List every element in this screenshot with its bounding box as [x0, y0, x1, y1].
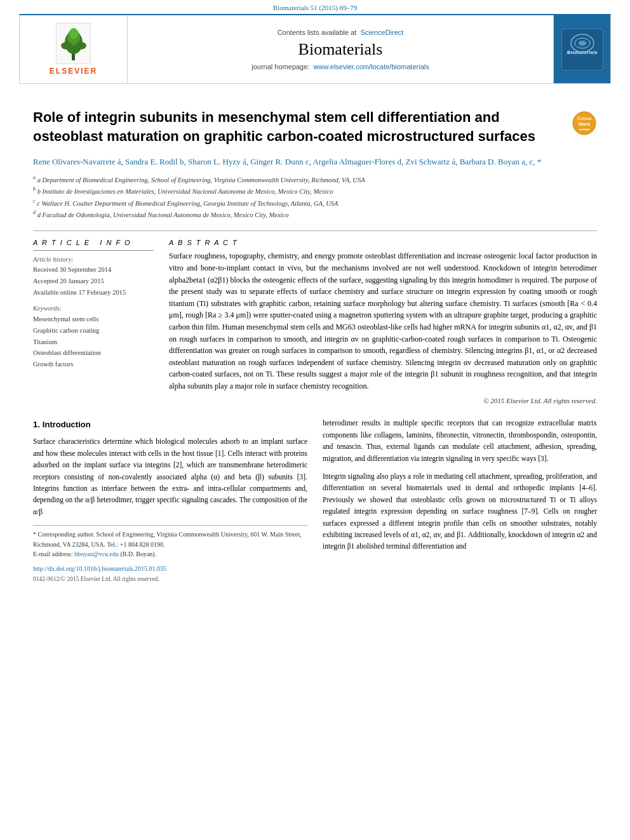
abstract-col: A B S T R A C T Surface roughness, topog…	[169, 239, 597, 404]
abstract-header: A B S T R A C T	[169, 239, 597, 246]
biomaterials-logo-svg: Biomaterials	[560, 27, 605, 72]
affiliation-c: c c Wallace H. Coulter Department of Bio…	[33, 197, 597, 209]
main-left-col: 1.Introduction Surface characteristics d…	[33, 417, 307, 582]
footnote-email: E-mail address: bboyan@vcu.edu (B.D. Boy…	[33, 549, 307, 559]
crossmark-badge[interactable]: Cross Mark	[572, 110, 597, 136]
sciencedirect-link[interactable]: ScienceDirect	[361, 29, 404, 36]
received-date: Received 30 September 2014	[33, 264, 154, 276]
elsevier-logo-area: ELSEVIER	[20, 15, 128, 83]
svg-text:Mark: Mark	[579, 121, 591, 127]
abstract-text: Surface roughness, topography, chemistry…	[169, 250, 597, 392]
svg-point-12	[579, 41, 586, 46]
biomaterials-logo-area: Biomaterials	[553, 15, 610, 83]
elsevier-icon	[56, 23, 91, 64]
footnote-area: * Corresponding author. School of Engine…	[33, 525, 307, 582]
journal-header: ELSEVIER Contents lists available at Sci…	[19, 14, 611, 84]
keyword-5: Growth factors	[33, 359, 154, 370]
journal-title: Biomaterials	[298, 40, 383, 59]
elsevier-wordmark: ELSEVIER	[50, 67, 97, 76]
affiliation-a: a a Department of Biomedical Engineering…	[33, 174, 597, 185]
title-row: Role of integrin subunits in mesenchymal…	[33, 108, 597, 156]
journal-name-area: Contents lists available at ScienceDirec…	[128, 15, 553, 83]
page-wrapper: Biomaterials 51 (2015) 69–79	[0, 0, 630, 595]
article-info-col: A R T I C L E I N F O Article history: R…	[33, 239, 154, 404]
citation-text: Biomaterials 51 (2015) 69–79	[273, 4, 357, 11]
svg-point-4	[69, 28, 78, 39]
affiliation-b: b b Instituto de Investigaciones en Mate…	[33, 185, 597, 197]
issn-text: 0142-9612/© 2015 Elsevier Ltd. All right…	[33, 576, 307, 582]
biomaterials-logo: Biomaterials	[560, 27, 605, 72]
affiliation-d: d d Facultad de Odontologia, Universidad…	[33, 209, 597, 220]
citation-bar: Biomaterials 51 (2015) 69–79	[0, 0, 630, 14]
keyword-1: Mesenchymal stem cells	[33, 314, 154, 325]
crossmark-svg: Cross Mark	[572, 110, 597, 136]
elsevier-tree-svg	[57, 23, 91, 64]
keyword-2: Graphitic carbon coating	[33, 325, 154, 337]
keyword-3: Titanium	[33, 337, 154, 348]
section1-title: 1.Introduction	[33, 420, 307, 429]
article-body: Role of integrin subunits in mesenchymal…	[0, 84, 630, 404]
footnote-corresponding: * Corresponding author. School of Engine…	[33, 530, 307, 549]
homepage-label: journal homepage:	[251, 63, 309, 70]
contents-line: Contents lists available at ScienceDirec…	[278, 29, 404, 36]
article-title: Role of integrin subunits in mesenchymal…	[33, 108, 565, 145]
section1-number: 1.	[33, 420, 40, 429]
info-divider	[33, 250, 154, 251]
article-history-label: Article history:	[33, 256, 154, 263]
journal-url-link[interactable]: www.elsevier.com/locate/biomaterials	[314, 63, 429, 70]
doi-link[interactable]: http://dx.doi.org/10.1016/j.biomaterials…	[33, 565, 166, 572]
main-right-col: heterodimer results in multiple specific…	[323, 417, 597, 582]
accepted-date: Accepted 20 January 2015	[33, 276, 154, 287]
authors-text: Rene Olivares-Navarrete á, Sandra E. Rod…	[33, 157, 541, 166]
article-info-abstract: A R T I C L E I N F O Article history: R…	[33, 239, 597, 404]
section1-para3: Integrin signaling also plays a role in …	[323, 470, 597, 552]
section1-para1: Surface characteristics determine which …	[33, 436, 307, 517]
available-date: Available online 17 February 2015	[33, 287, 154, 298]
svg-point-6	[75, 42, 86, 50]
article-dates: Received 30 September 2014 Accepted 20 J…	[33, 264, 154, 298]
main-content: 1.Introduction Surface characteristics d…	[0, 404, 630, 582]
authors: Rene Olivares-Navarrete á, Sandra E. Rod…	[33, 156, 597, 169]
abstract-copyright: © 2015 Elsevier Ltd. All rights reserved…	[169, 397, 597, 404]
keyword-4: Osteoblast differentiation	[33, 347, 154, 359]
journal-homepage: journal homepage: www.elsevier.com/locat…	[251, 63, 429, 70]
section1-para2: heterodimer results in multiple specific…	[323, 417, 597, 464]
contents-text: Contents lists available at	[278, 29, 357, 36]
keywords-label: Keywords:	[33, 305, 154, 312]
email-link[interactable]: bboyan@vcu.edu	[74, 550, 119, 557]
affiliations: a a Department of Biomedical Engineering…	[33, 174, 597, 220]
keywords-list: Mesenchymal stem cells Graphitic carbon …	[33, 314, 154, 370]
svg-point-5	[61, 42, 72, 50]
svg-text:Cross: Cross	[577, 116, 592, 121]
divider-1	[33, 230, 597, 231]
article-info-header: A R T I C L E I N F O	[33, 239, 154, 246]
